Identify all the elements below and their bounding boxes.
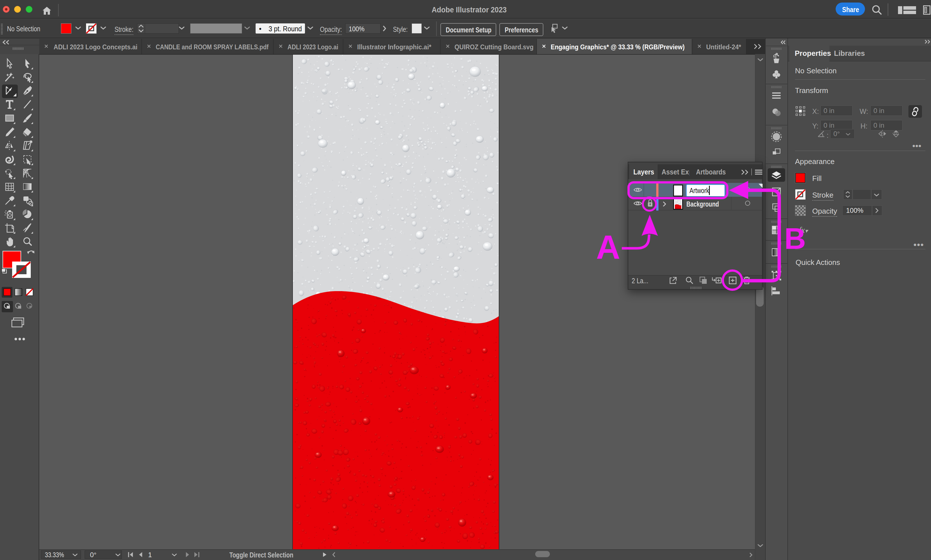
- svg-text:B: B: [784, 222, 806, 255]
- svg-text:A: A: [596, 229, 620, 266]
